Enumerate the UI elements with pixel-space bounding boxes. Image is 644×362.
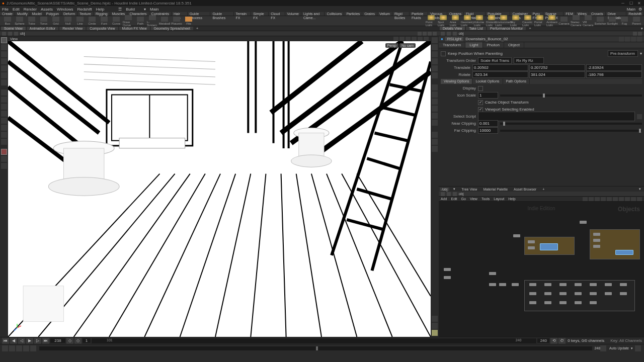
script-browse-icon[interactable] xyxy=(637,114,642,119)
keep-pos-check[interactable] xyxy=(441,51,446,56)
node-icon[interactable] xyxy=(559,292,567,295)
near-clip-slider[interactable] xyxy=(500,123,642,125)
disp-normals-icon[interactable] xyxy=(432,44,438,50)
pin-icon[interactable] xyxy=(633,32,637,36)
menu-add[interactable]: Add xyxy=(441,197,447,201)
home-icon[interactable] xyxy=(453,32,457,36)
far-clip-slider[interactable] xyxy=(500,130,642,132)
settings-icon[interactable]: ⚙ xyxy=(638,7,642,12)
node-icon[interactable] xyxy=(593,245,600,248)
node-icon[interactable] xyxy=(590,301,597,304)
menu-edit[interactable]: Edit xyxy=(13,7,20,12)
move-tool-icon[interactable] xyxy=(1,44,7,50)
translate-x-input[interactable] xyxy=(472,64,528,71)
forward-icon[interactable] xyxy=(447,192,451,196)
node-icon[interactable] xyxy=(489,272,496,275)
menu-go[interactable]: Go xyxy=(461,197,466,201)
next-key-icon[interactable]: ◇ xyxy=(74,338,82,344)
select-tool-icon[interactable] xyxy=(1,37,7,43)
node-selected[interactable] xyxy=(540,243,558,250)
tab-obj[interactable]: /obj xyxy=(440,188,449,191)
shelf-tab[interactable]: Volume xyxy=(285,12,301,16)
link-icon[interactable] xyxy=(423,32,427,36)
expand-icon[interactable] xyxy=(638,32,642,36)
tool-grid[interactable]: Grid xyxy=(50,17,61,25)
tab-take-list[interactable]: Take List xyxy=(466,27,486,30)
tool-sky-light[interactable]: Sky Light xyxy=(510,15,521,27)
tool-switcher[interactable]: Switcher xyxy=(595,17,606,25)
tab-geo-spreadsheet[interactable]: Geometry Spreadsheet xyxy=(151,27,193,30)
shelf-tab[interactable]: Redshift xyxy=(626,12,644,16)
back-icon[interactable] xyxy=(441,192,445,196)
node-icon[interactable] xyxy=(605,283,612,286)
tab-light[interactable]: Light xyxy=(465,42,482,48)
last-frame-icon[interactable]: ⏭ xyxy=(42,338,49,344)
node-icon[interactable] xyxy=(529,301,536,304)
node-icon[interactable] xyxy=(593,239,600,242)
render-region-icon[interactable] xyxy=(1,132,7,138)
node-selected[interactable] xyxy=(615,250,633,255)
select-script-input[interactable] xyxy=(478,112,635,121)
tool-area-light[interactable]: Area Light xyxy=(450,15,461,27)
shelf-tab[interactable]: Create xyxy=(0,12,15,16)
shelf-tab[interactable]: Collisions xyxy=(325,12,344,16)
rotate-y-input[interactable] xyxy=(529,71,585,78)
tool-box[interactable]: Box xyxy=(2,17,13,25)
global-anim-icon[interactable] xyxy=(2,345,8,351)
tool-env-light[interactable]: Environment Light xyxy=(498,15,509,27)
cook-icon[interactable] xyxy=(600,345,606,351)
node-icon[interactable] xyxy=(620,292,627,295)
translate-y-input[interactable] xyxy=(529,64,585,71)
tool-line[interactable]: Line xyxy=(74,17,86,25)
tab-asset[interactable]: Asset Browser xyxy=(512,188,538,191)
status-frame[interactable]: 248 xyxy=(594,346,600,350)
display-check[interactable] xyxy=(478,86,483,91)
tool-file[interactable]: File xyxy=(183,17,194,25)
node-icon[interactable] xyxy=(529,283,536,286)
shelf-tab[interactable]: Guide Process xyxy=(188,12,211,16)
path-text[interactable]: obj xyxy=(459,192,463,196)
node-icon[interactable] xyxy=(513,234,520,237)
back-icon[interactable] xyxy=(441,32,445,36)
scale-tool-icon[interactable] xyxy=(1,58,7,64)
net-tool-icon[interactable] xyxy=(583,197,588,201)
render-tool-icon[interactable] xyxy=(1,97,7,103)
net-tool-icon[interactable] xyxy=(625,197,630,201)
vp-display-icon[interactable] xyxy=(432,323,438,329)
light-normal-icon[interactable] xyxy=(432,139,438,145)
tool-path[interactable]: Path xyxy=(135,17,146,25)
disp-prim-icon[interactable] xyxy=(432,51,438,57)
timeline-track[interactable]: 101 240 xyxy=(92,338,536,343)
node-icon[interactable] xyxy=(544,292,551,295)
pre-transform-dropdown[interactable]: Pre-transform xyxy=(608,50,638,57)
translate-z-input[interactable] xyxy=(586,64,642,71)
disp-profile-icon[interactable] xyxy=(432,58,438,64)
chevron-down-icon[interactable]: ▾ xyxy=(631,346,633,350)
node-icon[interactable] xyxy=(528,240,535,243)
shade-flat-icon[interactable] xyxy=(432,92,438,98)
menu-assets[interactable]: Assets xyxy=(41,7,53,12)
end-frame[interactable]: 240 xyxy=(537,338,549,343)
vp-gamma-icon[interactable] xyxy=(418,37,423,41)
pane-opts-icon[interactable]: ▾ xyxy=(641,27,643,31)
shade-hq-icon[interactable] xyxy=(432,106,438,112)
menu-edit[interactable]: Edit xyxy=(451,197,457,201)
far-clip-input[interactable] xyxy=(478,127,498,134)
all-channels[interactable]: Key: All Channels xyxy=(610,338,642,343)
node-icon[interactable] xyxy=(528,246,535,249)
tool-null[interactable]: Null xyxy=(62,17,73,25)
pane-opts-icon[interactable]: ▾ xyxy=(637,187,643,191)
maximize-icon[interactable]: ☐ xyxy=(628,1,634,6)
tool-torus[interactable]: Torus xyxy=(38,17,49,25)
redshift-ipr-icon[interactable] xyxy=(1,149,7,155)
node-icon[interactable] xyxy=(512,283,519,286)
node-icon[interactable] xyxy=(593,233,600,236)
flipbook-tool-icon[interactable] xyxy=(1,125,7,131)
path-text[interactable]: obj xyxy=(459,32,463,35)
add-tab-icon[interactable]: + xyxy=(540,188,546,191)
net-tool-icon[interactable] xyxy=(637,197,642,201)
node-icon[interactable] xyxy=(620,283,627,286)
menu-render[interactable]: Render xyxy=(24,7,37,12)
light-hq-icon[interactable] xyxy=(432,132,438,138)
camera-tool-icon[interactable] xyxy=(1,118,7,124)
